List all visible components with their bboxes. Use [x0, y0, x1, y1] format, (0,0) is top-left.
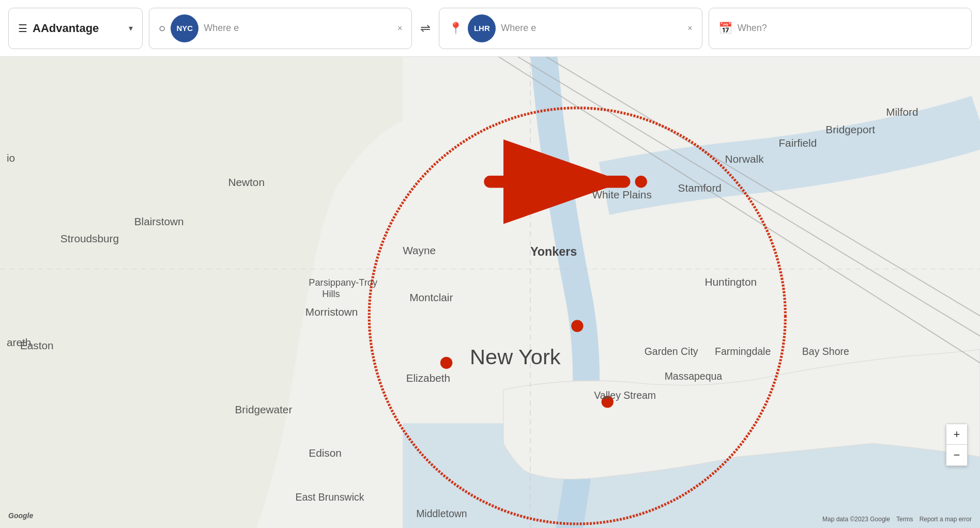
svg-text:Bay Shore: Bay Shore: [802, 346, 849, 357]
svg-text:Edison: Edison: [309, 447, 342, 459]
zoom-in-button[interactable]: +: [946, 424, 967, 445]
chevron-down-icon: ▾: [129, 23, 133, 33]
map-svg: Newton Stroudsburg Blairstown Parsippany…: [0, 57, 980, 528]
zoom-out-button[interactable]: −: [946, 445, 967, 465]
menu-icon: ☰: [18, 22, 27, 35]
brand-name: AAdvantage: [33, 22, 124, 35]
svg-text:Newton: Newton: [228, 176, 265, 188]
header: ☰ AAdvantage ▾ ○ NYC Where e × ⇌ 📍 LHR W…: [0, 0, 980, 57]
origin-clear-button[interactable]: ×: [397, 24, 402, 33]
svg-text:Norwalk: Norwalk: [725, 153, 764, 165]
date-card[interactable]: 📅 When?: [709, 8, 972, 49]
destination-input[interactable]: Where e: [501, 23, 682, 34]
report-link[interactable]: Report a map error: [920, 516, 972, 523]
svg-text:Farmingdale: Farmingdale: [715, 346, 771, 357]
svg-text:Milford: Milford: [886, 106, 918, 118]
svg-text:Huntington: Huntington: [705, 276, 757, 288]
svg-text:Stamford: Stamford: [678, 182, 722, 194]
date-input[interactable]: When?: [738, 23, 962, 34]
map-footer: Map data ©2023 Google Terms Report a map…: [822, 516, 972, 523]
svg-text:Middletown: Middletown: [416, 508, 467, 519]
svg-text:Montclair: Montclair: [409, 291, 453, 303]
svg-text:Bridgeport: Bridgeport: [825, 123, 875, 135]
map-data-label: Map data ©2023 Google: [822, 516, 890, 523]
origin-input[interactable]: Where e: [204, 23, 392, 34]
svg-text:East Brunswick: East Brunswick: [295, 491, 364, 503]
svg-text:Wayne: Wayne: [403, 244, 436, 256]
origin-card[interactable]: ○ NYC Where e ×: [149, 8, 412, 49]
svg-text:Valley Stream: Valley Stream: [594, 390, 656, 401]
svg-text:Fairfield: Fairfield: [778, 137, 817, 149]
svg-text:Bridgewater: Bridgewater: [235, 403, 293, 415]
zoom-controls: + −: [946, 424, 968, 466]
destination-airport-badge: LHR: [468, 14, 496, 42]
svg-text:Stroudsburg: Stroudsburg: [60, 232, 119, 244]
svg-text:Yonkers: Yonkers: [530, 245, 577, 258]
origin-airport-badge: NYC: [171, 14, 198, 42]
svg-text:Parsippany-Troy: Parsippany-Troy: [309, 277, 378, 288]
swap-button[interactable]: ⇌: [418, 21, 433, 36]
map-container[interactable]: Newton Stroudsburg Blairstown Parsippany…: [0, 57, 980, 528]
svg-text:Hills: Hills: [322, 289, 340, 299]
svg-text:areth: areth: [7, 336, 31, 348]
svg-text:Garden City: Garden City: [645, 346, 698, 357]
calendar-icon: 📅: [718, 22, 732, 35]
destination-pin-icon: 📍: [449, 22, 463, 35]
destination-card[interactable]: 📍 LHR Where e ×: [439, 8, 702, 49]
svg-text:Elizabeth: Elizabeth: [406, 372, 450, 384]
svg-text:io: io: [7, 152, 15, 164]
svg-text:Blairstown: Blairstown: [134, 215, 184, 227]
origin-circle-icon: ○: [159, 22, 165, 35]
svg-point-13: [635, 176, 647, 188]
svg-text:New York: New York: [470, 345, 561, 369]
svg-point-12: [440, 357, 452, 369]
svg-text:White Plains: White Plains: [592, 189, 651, 200]
svg-text:Massapequa: Massapequa: [665, 370, 723, 382]
destination-clear-button[interactable]: ×: [687, 24, 692, 33]
google-logo: Google: [8, 511, 33, 520]
svg-text:Morristown: Morristown: [305, 306, 358, 318]
svg-point-11: [571, 320, 583, 332]
brand-card[interactable]: ☰ AAdvantage ▾: [8, 8, 143, 49]
terms-link[interactable]: Terms: [896, 516, 913, 523]
